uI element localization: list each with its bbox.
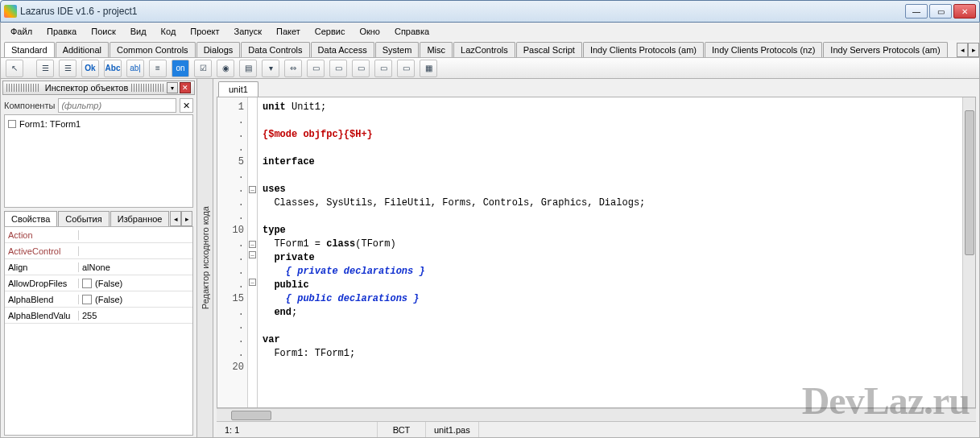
palette-tab[interactable]: LazControls (453, 42, 515, 57)
tactionlist-icon[interactable]: ▦ (420, 60, 437, 77)
menu-файл[interactable]: Файл (4, 25, 39, 38)
editor-body[interactable]: 1...5....10....15....20 –––– unit Unit1;… (217, 97, 976, 408)
tradiogroup-icon[interactable]: ▭ (329, 60, 347, 77)
source-editor: unit1 1...5....10....15....20 –––– unit … (213, 79, 979, 437)
tcombobox-icon[interactable]: ▾ (262, 60, 279, 77)
fold-column[interactable]: –––– (248, 97, 258, 407)
palette-scroll-left[interactable]: ◂ (957, 43, 968, 57)
fold-icon[interactable]: – (249, 251, 256, 258)
pointer-tool[interactable]: ↖ (6, 60, 23, 77)
line-gutter: 1...5....10....15....20 (217, 97, 248, 407)
inspector-tab[interactable]: Свойства (4, 211, 57, 226)
inspector-tab[interactable]: Избранное (110, 211, 170, 226)
status-mode: ВСТ (378, 422, 426, 437)
palette-tab[interactable]: Indy Clients Protocols (nz) (705, 42, 822, 57)
tcheckgroup-icon[interactable]: ▭ (352, 60, 370, 77)
tpopupmenu-icon[interactable]: ☰ (59, 60, 76, 77)
tpanel-icon[interactable]: ▭ (374, 60, 392, 77)
property-value[interactable]: 255 (79, 311, 192, 320)
checkbox-icon[interactable] (82, 295, 92, 304)
filter-input[interactable] (58, 98, 176, 113)
palette-tab[interactable]: Standard (4, 42, 55, 57)
component-tree[interactable]: Form1: TForm1 (4, 114, 193, 208)
filter-clear[interactable]: ✕ (180, 98, 193, 113)
tmainmenu-icon[interactable]: ☰ (36, 60, 54, 77)
fold-icon[interactable]: – (249, 279, 256, 286)
property-value[interactable]: (False) (79, 295, 192, 304)
code-area[interactable]: unit Unit1; {$mode objfpc}{$H+} interfac… (258, 97, 962, 407)
close-button[interactable]: ✕ (953, 4, 976, 19)
menu-поиск[interactable]: Поиск (85, 25, 122, 38)
property-row[interactable]: ActiveControl (5, 243, 192, 259)
components-label: Компоненты (4, 101, 55, 110)
vertical-scrollbar[interactable] (962, 97, 975, 407)
tradiobutton-icon[interactable]: ◉ (217, 60, 234, 77)
checkbox-icon[interactable] (82, 279, 92, 288)
palette-tab[interactable]: System (375, 42, 420, 57)
property-value[interactable]: alNone (79, 262, 192, 272)
palette-tab[interactable]: Common Controls (110, 42, 196, 57)
menu-bar: ФайлПравкаПоискВидКодПроектЗапускПакетСе… (0, 23, 980, 40)
palette-tab[interactable]: Pascal Script (516, 42, 582, 57)
property-name: AlphaBlendValu (5, 311, 79, 320)
palette-tab[interactable]: Indy Servers Protocols (am) (823, 42, 947, 57)
palette-tab[interactable]: Dialogs (196, 42, 241, 57)
maximize-button[interactable]: ▭ (929, 4, 952, 19)
menu-пакет[interactable]: Пакет (270, 25, 307, 38)
tgroupbox-icon[interactable]: ▭ (307, 60, 325, 77)
tbutton-icon[interactable]: Ok (81, 60, 99, 77)
tcheckbox-icon[interactable]: ☑ (194, 60, 212, 77)
status-position: 1: 1 (217, 422, 378, 437)
editor-tab[interactable]: unit1 (218, 81, 258, 97)
property-name: AllowDropFiles (5, 279, 79, 288)
menu-справка[interactable]: Справка (388, 25, 436, 38)
inspector-close[interactable]: ✕ (180, 82, 191, 93)
tlistbox-icon[interactable]: ▤ (239, 60, 257, 77)
prop-tab-right[interactable]: ▸ (181, 211, 192, 226)
menu-вид[interactable]: Вид (124, 25, 153, 38)
menu-сервис[interactable]: Сервис (308, 25, 352, 38)
form-icon (8, 120, 16, 128)
window-title: Lazarus IDE v1.6 - project1 (20, 6, 905, 17)
palette-tab[interactable]: Data Access (311, 42, 374, 57)
tscrollbar-icon[interactable]: ⇔ (284, 60, 302, 77)
palette-tab[interactable]: Indy Clients Protocols (am) (583, 42, 704, 57)
fold-icon[interactable]: – (249, 186, 256, 193)
property-row[interactable]: AlignalNone (5, 259, 192, 275)
property-value[interactable]: (False) (79, 279, 192, 288)
tedit-icon[interactable]: ab| (126, 60, 144, 77)
tmemo-icon[interactable]: ≡ (149, 60, 167, 77)
inspector-tab[interactable]: События (58, 211, 109, 226)
palette-tab[interactable]: Misc (420, 42, 453, 57)
property-row[interactable]: AlphaBlendValu255 (5, 308, 192, 324)
fold-icon[interactable]: – (249, 241, 256, 248)
tree-item[interactable]: Form1: TForm1 (8, 118, 189, 130)
menu-проект[interactable]: Проект (184, 25, 225, 38)
palette-tab[interactable]: Data Controls (241, 42, 309, 57)
tree-item-label: Form1: TForm1 (19, 119, 81, 129)
menu-окно[interactable]: Окно (353, 25, 387, 38)
property-grid[interactable]: ActionActiveControlAlignalNoneAllowDropF… (4, 226, 193, 436)
title-bar: Lazarus IDE v1.6 - project1 — ▭ ✕ (0, 0, 980, 23)
prop-tab-left[interactable]: ◂ (170, 211, 181, 226)
property-row[interactable]: AlphaBlend(False) (5, 291, 192, 308)
grip-icon (131, 84, 163, 92)
object-inspector: Инспектор объектов ▾ ✕ Компоненты ✕ Form… (1, 79, 197, 437)
status-file: unit1.pas (426, 422, 479, 437)
inspector-title-bar[interactable]: Инспектор объектов ▾ ✕ (2, 81, 195, 95)
menu-запуск[interactable]: Запуск (228, 25, 268, 38)
tlabel-icon[interactable]: Abc (104, 60, 122, 77)
menu-правка[interactable]: Правка (40, 25, 83, 38)
property-row[interactable]: Action (5, 227, 192, 243)
editor-side-label[interactable]: Редактор исходного кода (197, 79, 213, 437)
menu-код[interactable]: Код (155, 25, 183, 38)
palette-tabs: StandardAdditionalCommon ControlsDialogs… (0, 40, 980, 58)
palette-scroll-right[interactable]: ▸ (968, 43, 979, 57)
horizontal-scrollbar[interactable] (217, 408, 976, 421)
inspector-dropdown[interactable]: ▾ (167, 82, 178, 93)
minimize-button[interactable]: — (905, 4, 928, 19)
property-row[interactable]: AllowDropFiles(False) (5, 275, 192, 291)
palette-tab[interactable]: Additional (56, 42, 109, 57)
ttogglebox-icon[interactable]: on (172, 60, 189, 77)
tframe-icon[interactable]: ▭ (397, 60, 415, 77)
